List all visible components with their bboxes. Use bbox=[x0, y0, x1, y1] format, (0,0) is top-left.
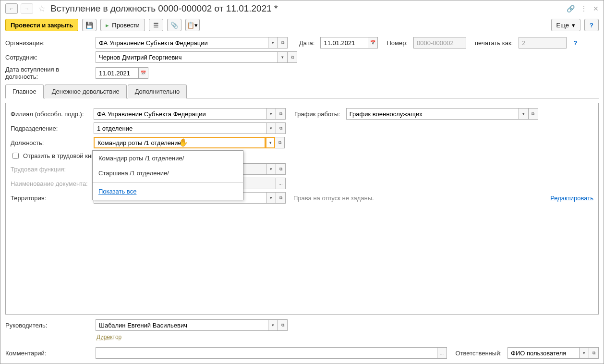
responsible-label: Ответственный: bbox=[456, 350, 502, 357]
manager-label: Руководитель: bbox=[5, 322, 92, 329]
manager-dropdown-button[interactable]: ▾ bbox=[268, 319, 278, 331]
vacation-status: Права на отпуск не заданы. bbox=[293, 194, 374, 202]
close-icon[interactable]: ✕ bbox=[593, 5, 599, 12]
schedule-dropdown-button[interactable]: ▾ bbox=[519, 108, 529, 120]
nav-forward-button[interactable]: → bbox=[21, 3, 33, 14]
list-button[interactable]: ☰ bbox=[149, 19, 163, 31]
dropdown-item[interactable]: Командир роты /1 отделение/ bbox=[93, 151, 243, 166]
territory-label: Территория: bbox=[11, 194, 90, 202]
show-all-link[interactable]: Показать все bbox=[98, 188, 136, 195]
branch-input[interactable] bbox=[94, 108, 266, 120]
org-dropdown-button[interactable]: ▾ bbox=[268, 37, 278, 49]
employee-input[interactable] bbox=[96, 51, 278, 63]
schedule-input[interactable] bbox=[346, 108, 519, 120]
reflect-checkbox[interactable] bbox=[12, 153, 19, 159]
org-input[interactable] bbox=[96, 37, 268, 49]
help-button[interactable]: ? bbox=[584, 19, 599, 31]
doc-name-label: Наименование документа: bbox=[11, 180, 90, 187]
territory-open-button[interactable]: ⧉ bbox=[276, 192, 286, 204]
favorite-icon[interactable]: ☆ bbox=[38, 3, 46, 14]
branch-open-button[interactable]: ⧉ bbox=[276, 108, 286, 120]
branch-dropdown-button[interactable]: ▾ bbox=[266, 108, 276, 120]
schedule-label: График работы: bbox=[294, 110, 340, 118]
post-icon: ▸ bbox=[106, 22, 109, 29]
branch-label: Филиал (обособл. подр.): bbox=[11, 110, 90, 118]
print-help-icon[interactable]: ? bbox=[573, 39, 577, 47]
labor-fn-label: Трудовая функция: bbox=[11, 166, 90, 173]
employee-label: Сотрудник: bbox=[5, 54, 92, 61]
tab-extra[interactable]: Дополнительно bbox=[128, 85, 187, 98]
print-as-input bbox=[519, 37, 567, 49]
org-label: Организация: bbox=[5, 39, 92, 47]
dept-dropdown-button[interactable]: ▾ bbox=[266, 122, 276, 134]
labor-fn-open-button[interactable]: ⧉ bbox=[276, 163, 286, 175]
position-label: Должность: bbox=[11, 139, 90, 146]
doc-name-ellipsis-button[interactable]: … bbox=[276, 178, 286, 189]
position-dropdown-button[interactable]: ▾ bbox=[266, 137, 275, 148]
post-and-close-button[interactable]: Провести и закрыть bbox=[5, 19, 78, 31]
schedule-open-button[interactable]: ⧉ bbox=[529, 108, 538, 120]
date-calendar-button[interactable]: 📅 bbox=[368, 37, 378, 49]
dept-input[interactable] bbox=[94, 122, 266, 134]
tab-main[interactable]: Главное bbox=[5, 85, 44, 98]
tab-money[interactable]: Денежное довольствие bbox=[45, 85, 127, 98]
print-as-label: печатать как: bbox=[475, 39, 513, 47]
chevron-down-icon: ▾ bbox=[572, 22, 575, 29]
post-button[interactable]: ▸Провести bbox=[100, 19, 145, 31]
save-button[interactable]: 💾 bbox=[82, 19, 97, 31]
org-open-button[interactable]: ⧉ bbox=[278, 37, 288, 49]
manager-role-link[interactable]: Директор bbox=[97, 334, 599, 340]
link-icon[interactable]: 🔗 bbox=[567, 5, 575, 12]
comment-ellipsis-button[interactable]: … bbox=[437, 347, 447, 359]
dropdown-item[interactable]: Старшина /1 отделение/ bbox=[93, 166, 243, 181]
dept-open-button[interactable]: ⧉ bbox=[276, 122, 286, 134]
dept-label: Подразделение: bbox=[11, 125, 90, 132]
kebab-menu-icon[interactable]: ⋮ bbox=[580, 5, 587, 12]
territory-dropdown-button[interactable]: ▾ bbox=[266, 192, 276, 204]
entry-date-calendar-button[interactable]: 📅 bbox=[139, 67, 148, 79]
manager-input[interactable] bbox=[96, 319, 268, 331]
date-input[interactable] bbox=[320, 37, 368, 49]
comment-label: Комментарий: bbox=[5, 350, 92, 357]
position-dropdown: Командир роты /1 отделение/ Старшина /1 … bbox=[92, 150, 243, 200]
responsible-input[interactable] bbox=[507, 347, 580, 359]
number-label: Номер: bbox=[387, 39, 408, 47]
number-input[interactable] bbox=[413, 37, 466, 49]
report-button[interactable]: 📋▾ bbox=[185, 19, 200, 31]
more-button[interactable]: Еще ▾ bbox=[551, 19, 580, 31]
date-label: Дата: bbox=[299, 39, 314, 47]
nav-back-button[interactable]: ← bbox=[5, 3, 18, 14]
attach-button[interactable]: 📎 bbox=[167, 19, 181, 31]
manager-open-button[interactable]: ⧉ bbox=[278, 319, 288, 331]
employee-open-button[interactable]: ⧉ bbox=[288, 51, 297, 63]
labor-fn-dropdown-button[interactable]: ▾ bbox=[266, 163, 276, 175]
position-input[interactable] bbox=[94, 137, 266, 148]
employee-dropdown-button[interactable]: ▾ bbox=[278, 51, 288, 63]
responsible-open-button[interactable]: ⧉ bbox=[589, 347, 599, 359]
comment-input[interactable] bbox=[96, 347, 437, 359]
edit-link[interactable]: Редактировать bbox=[550, 194, 593, 202]
entry-date-label: Дата вступления в должность: bbox=[5, 66, 92, 80]
window-title: Вступление в должность 0000-000002 от 11… bbox=[50, 3, 564, 14]
entry-date-input[interactable] bbox=[96, 67, 139, 79]
responsible-dropdown-button[interactable]: ▾ bbox=[580, 347, 589, 359]
position-open-button[interactable]: ⧉ bbox=[275, 137, 285, 148]
